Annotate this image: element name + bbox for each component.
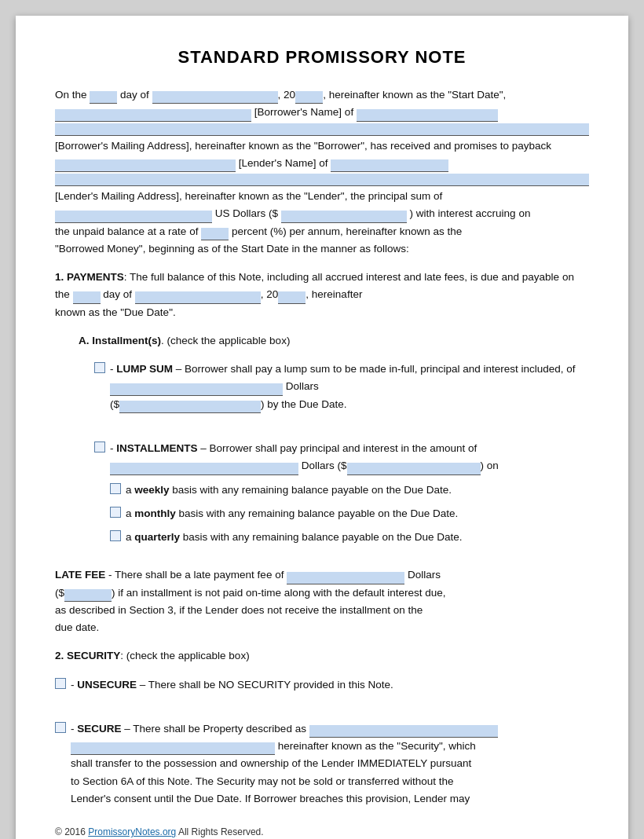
quarterly-checkbox[interactable]	[110, 530, 121, 541]
section1-hereinafter: , hereinafter	[306, 288, 362, 300]
section1-payments: 1. PAYMENTS: The full balance of this No…	[55, 269, 589, 321]
secure-line: - SECURE – There shall be Property descr…	[55, 720, 589, 808]
footer-copyright: © 2016	[55, 826, 86, 837]
lump-sum-dollar-field[interactable]	[119, 401, 261, 413]
lender-address-field-2[interactable]	[55, 174, 589, 186]
lump-sum-option: - LUMP SUM – Borrower shall pay a lump s…	[94, 361, 589, 413]
intro-unpaid-balance: the unpaid balance at a rate of	[55, 225, 201, 237]
intro-percent: percent (%) per annum, hereinafter known…	[232, 225, 462, 237]
late-fee-post1: as described in Section 3, if the Lender…	[55, 604, 423, 616]
late-fee-post2: due date.	[55, 621, 99, 633]
subsection-a: A. Installment(s). (check the applicable…	[79, 332, 589, 350]
footer-link[interactable]: PromissoryNotes.org	[88, 826, 176, 837]
monthly-checkbox[interactable]	[110, 507, 121, 518]
unsecure-option: - UNSECURE – There shall be NO SECURITY …	[55, 676, 589, 694]
unsecure-text: - UNSECURE – There shall be NO SECURITY …	[71, 676, 589, 694]
intro-paragraph: On the day of , 20, hereinafter known as…	[55, 86, 589, 258]
installments-text: - INSTALLMENTS – Borrower shall pay prin…	[110, 440, 589, 475]
installments-dollar-field[interactable]	[347, 463, 481, 475]
intro-lender-label: [Lender's Name] of	[239, 157, 331, 169]
section1-known-as: known as the "Due Date".	[55, 306, 176, 318]
secure-option: - SECURE – There shall be Property descr…	[55, 720, 589, 808]
secure-property-field-1[interactable]	[309, 725, 498, 738]
section1-header: 1. PAYMENTS	[55, 271, 124, 283]
unsecure-line: - UNSECURE – There shall be NO SECURITY …	[55, 676, 589, 694]
section2-header: 2. SECURITY	[55, 650, 120, 661]
intro-hereinafter: hereinafter known as the "Start Date",	[329, 89, 507, 101]
installments-option: - INSTALLMENTS – Borrower shall pay prin…	[94, 440, 589, 475]
usd-field[interactable]	[281, 211, 407, 223]
weekly-checkbox[interactable]	[110, 483, 121, 494]
subsection-a-label: A.	[79, 335, 92, 346]
day-field-2[interactable]	[73, 291, 101, 304]
intro-lender-mailing: [Lender's Mailing Address], hereinafter …	[55, 190, 442, 202]
intro-day-of: day of	[120, 89, 149, 101]
secure-checkbox[interactable]	[55, 722, 66, 733]
section1-year-pre: , 20	[261, 288, 279, 300]
late-fee-dollar-field[interactable]	[64, 589, 112, 602]
intro-interest-text: ) with interest accruing on	[410, 207, 531, 219]
principal-field[interactable]	[55, 211, 212, 223]
borrower-name-field[interactable]	[55, 109, 251, 122]
weekly-text: a weekly basis with any remaining balanc…	[126, 482, 589, 499]
late-fee-dollar-pre: ($) if an installment is not paid on-tim…	[55, 587, 446, 599]
intro-on-the: On the	[55, 89, 87, 101]
payment-frequency-options: a weekly basis with any remaining balanc…	[110, 482, 589, 547]
quarterly-option: a quarterly basis with any remaining bal…	[110, 529, 589, 546]
footer-rights: All Rights Reserved.	[178, 826, 264, 837]
secure-property-field-2[interactable]	[71, 742, 275, 755]
document-page: STANDARD PROMISSORY NOTE On the day of ,…	[16, 16, 628, 839]
secure-text: - SECURE – There shall be Property descr…	[71, 720, 589, 808]
intro-borrower-label: [Borrower's Name] of	[254, 106, 357, 118]
section2-security: 2. SECURITY: (check the applicable box)	[55, 647, 589, 665]
date-field-1[interactable]	[152, 91, 278, 104]
lump-sum-line: - LUMP SUM – Borrower shall pay a lump s…	[94, 361, 589, 413]
late-fee-amount-field[interactable]	[287, 572, 404, 584]
intro-borrower-mailing: [Borrower's Mailing Address], hereinafte…	[55, 140, 551, 152]
unsecure-checkbox[interactable]	[55, 678, 66, 689]
section2-text: : (check the applicable box)	[120, 650, 249, 661]
day-field-1[interactable]	[90, 91, 117, 104]
document-title: STANDARD PROMISSORY NOTE	[55, 47, 589, 68]
lump-sum-text: - LUMP SUM – Borrower shall pay a lump s…	[110, 361, 589, 413]
installments-amount-field[interactable]	[110, 463, 298, 475]
intro-us-dollars: US Dollars ($	[215, 207, 278, 219]
intro-borrowed-money: "Borrowed Money", beginning as of the St…	[55, 243, 409, 255]
quarterly-text: a quarterly basis with any remaining bal…	[126, 529, 589, 546]
late-fee-section: LATE FEE - There shall be a late payment…	[55, 566, 589, 636]
date-field-2[interactable]	[135, 291, 261, 304]
lender-name-field[interactable]	[55, 159, 236, 172]
subsection-a-text: . (check the applicable box)	[161, 335, 290, 346]
footer: © 2016 PromissoryNotes.org All Rights Re…	[55, 826, 589, 837]
rate-field[interactable]	[201, 228, 229, 240]
late-fee-text: - There shall be a late payment fee of D…	[105, 569, 441, 581]
installments-checkbox[interactable]	[94, 441, 105, 452]
monthly-text: a monthly basis with any remaining balan…	[126, 505, 589, 522]
late-fee-header: LATE FEE	[55, 569, 105, 581]
year-field-1[interactable]	[295, 91, 323, 104]
borrower-address-field-2[interactable]	[55, 123, 589, 136]
lump-sum-checkbox[interactable]	[94, 362, 105, 373]
weekly-option: a weekly basis with any remaining balanc…	[110, 482, 589, 499]
year-field-2[interactable]	[278, 291, 306, 304]
lump-sum-amount-field[interactable]	[110, 383, 283, 396]
monthly-option: a monthly basis with any remaining balan…	[110, 505, 589, 522]
borrower-address-field-1[interactable]	[357, 109, 498, 122]
section1-day-of: day of	[101, 288, 135, 300]
installments-line: - INSTALLMENTS – Borrower shall pay prin…	[94, 440, 589, 475]
subsection-a-installments: Installment(s)	[92, 335, 161, 346]
lender-address-field-1[interactable]	[331, 159, 448, 172]
